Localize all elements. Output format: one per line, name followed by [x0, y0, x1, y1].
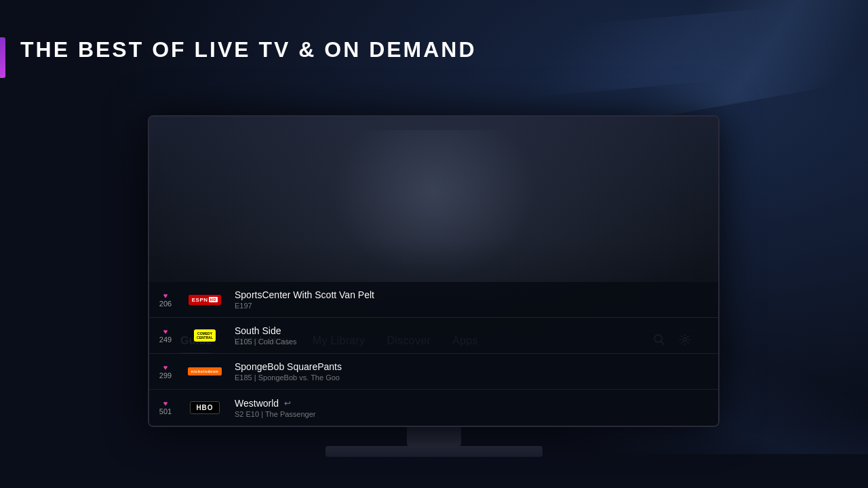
channel-list: ♥ 206 ESPNHD SportsCenter With Scott Van… — [149, 282, 718, 426]
favorite-icon-206: ♥ — [163, 292, 168, 300]
channel-title-299: SpongeBob SquarePants — [235, 361, 711, 372]
hbo-logo-badge: HBO — [190, 401, 219, 414]
espn-logo-badge: ESPNHD — [189, 295, 221, 305]
channel-206-num-col: ♥ 206 — [156, 292, 175, 308]
channel-subtitle-299: E185 | SpongeBob vs. The Goo — [235, 373, 711, 382]
tv-stand-neck — [407, 427, 461, 446]
channel-row-nick[interactable]: ♥ 299 nickelodeon SpongeBob SquarePants … — [149, 354, 718, 390]
channel-249-num-col: ♥ 249 — [156, 328, 175, 344]
nickelodeon-logo: nickelodeon — [184, 362, 225, 381]
channel-row-comedy[interactable]: ♥ 249 COMEDYCENTRAL South Side E105 | Co… — [149, 318, 718, 354]
channel-number-501: 501 — [159, 407, 172, 415]
channel-row-espn[interactable]: ♥ 206 ESPNHD SportsCenter With Scott Van… — [149, 282, 718, 318]
tv-stand-base — [326, 446, 542, 457]
channel-info-501: Westworld ↩ S2 E10 | The Passenger — [235, 398, 711, 418]
tv-screen: Guide Watch Now My Library Discover Apps — [148, 115, 719, 427]
channel-info-249: South Side E105 | Cold Cases — [235, 325, 711, 346]
channel-title-501: Westworld ↩ — [235, 398, 711, 409]
channel-subtitle-501: S2 E10 | The Passenger — [235, 410, 711, 418]
favorite-icon-501: ♥ — [163, 400, 168, 407]
favorite-icon-299: ♥ — [163, 364, 168, 371]
nickelodeon-logo-badge: nickelodeon — [188, 367, 222, 375]
page-title: THE BEST OF LIVE TV & ON DEMAND — [20, 37, 477, 62]
channel-number-299: 299 — [159, 371, 172, 380]
bg-decoration-2 — [459, 5, 803, 102]
channel-info-299: SpongeBob SquarePants E185 | SpongeBob v… — [235, 361, 711, 382]
channel-subtitle-249: E105 | Cold Cases — [235, 338, 711, 346]
channel-info-206: SportsCenter With Scott Van Pelt E197 — [235, 289, 711, 310]
espn-logo: ESPNHD — [184, 290, 225, 309]
channel-number-206: 206 — [159, 300, 172, 308]
favorite-icon-249: ♥ — [163, 328, 168, 336]
channel-subtitle-206: E197 — [235, 302, 711, 310]
channel-299-num-col: ♥ 299 — [156, 364, 175, 380]
accent-bar — [0, 37, 5, 78]
tv-display: Guide Watch Now My Library Discover Apps — [148, 115, 719, 468]
channel-row-hbo[interactable]: ♥ 501 HBO Westworld ↩ S2 E10 | The Passe… — [149, 390, 718, 426]
comedy-central-logo: COMEDYCENTRAL — [184, 326, 225, 345]
hbo-logo: HBO — [184, 399, 225, 418]
channel-number-249: 249 — [159, 336, 172, 344]
recording-icon-501: ↩ — [284, 399, 291, 408]
channel-501-num-col: ♥ 501 — [156, 400, 175, 415]
channel-title-249: South Side — [235, 325, 711, 336]
comedy-central-logo-badge: COMEDYCENTRAL — [194, 329, 216, 342]
channel-title-206: SportsCenter With Scott Van Pelt — [235, 289, 711, 300]
